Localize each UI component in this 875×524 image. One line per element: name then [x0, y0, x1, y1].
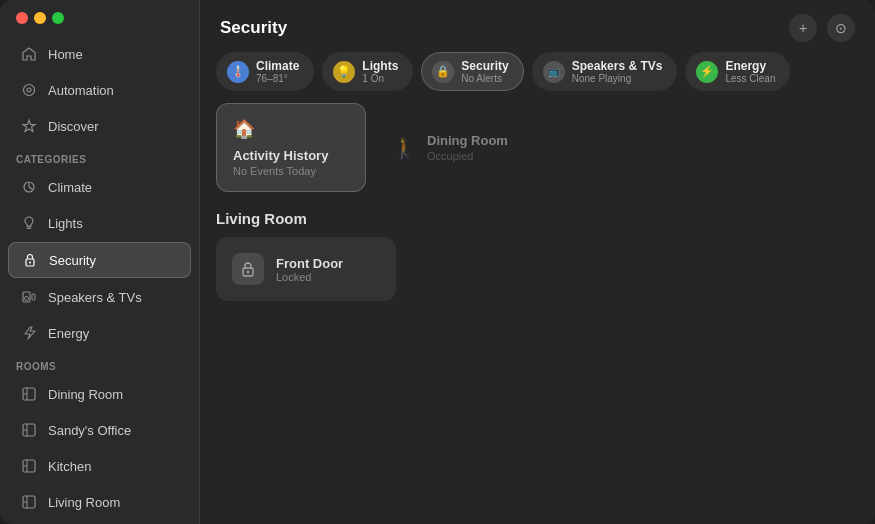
activity-history-title: Activity History — [233, 148, 349, 163]
sidebar-item-climate[interactable]: Climate — [8, 170, 191, 204]
svg-point-0 — [24, 85, 35, 96]
security-tab-sublabel: No Alerts — [461, 73, 508, 84]
svg-point-1 — [27, 88, 31, 92]
main-content: Security + ⊙ 🌡️ Climate 76–81° 💡 Lights … — [200, 0, 875, 524]
settings-button[interactable]: ⊙ — [827, 14, 855, 42]
tab-speakers-tvs[interactable]: 📺 Speakers & TVs None Playing — [532, 52, 678, 91]
security-icon — [21, 251, 39, 269]
svg-point-13 — [247, 271, 249, 273]
energy-tab-sublabel: Less Clean — [725, 73, 775, 84]
add-button[interactable]: + — [789, 14, 817, 42]
sidebar-item-dining-room-label: Dining Room — [48, 387, 123, 402]
sidebar-item-discover[interactable]: Discover — [8, 109, 191, 143]
dining-room-card-text: Dining Room Occupied — [427, 133, 508, 162]
lights-icon — [20, 214, 38, 232]
sidebar-item-lights[interactable]: Lights — [8, 206, 191, 240]
front-door-status: Locked — [276, 271, 343, 283]
page-title: Security — [220, 18, 287, 38]
climate-tab-sublabel: 76–81° — [256, 73, 299, 84]
header-actions: + ⊙ — [789, 14, 855, 42]
activity-history-sub: No Events Today — [233, 165, 349, 177]
dining-room-card-sub: Occupied — [427, 150, 508, 162]
categories-label: Categories — [0, 144, 199, 169]
sidebar-item-living-room[interactable]: Living Room — [8, 485, 191, 519]
sidebar-item-home-label: Home — [48, 47, 83, 62]
svg-point-6 — [25, 297, 29, 301]
climate-tab-text: Climate 76–81° — [256, 59, 299, 84]
person-icon: 🚶 — [392, 136, 417, 160]
climate-icon — [20, 178, 38, 196]
lights-tab-icon: 💡 — [333, 61, 355, 83]
dining-room-card[interactable]: 🚶 Dining Room Occupied — [376, 103, 524, 192]
sidebar-item-discover-label: Discover — [48, 119, 99, 134]
security-tab-icon: 🔒 — [432, 61, 454, 83]
tabs-row: 🌡️ Climate 76–81° 💡 Lights 1 On 🔒 Securi… — [200, 52, 875, 103]
sidebar: Home Automation Discover Categories Clim… — [0, 0, 200, 524]
minimize-button[interactable] — [34, 12, 46, 24]
activity-history-card[interactable]: 🏠 Activity History No Events Today — [216, 103, 366, 192]
card-icon-row: 🏠 — [233, 118, 349, 140]
sidebar-item-sandys-office-label: Sandy's Office — [48, 423, 131, 438]
sidebar-item-climate-label: Climate — [48, 180, 92, 195]
sidebar-item-energy[interactable]: Energy — [8, 316, 191, 350]
svg-rect-7 — [32, 294, 35, 300]
security-tab-text: Security No Alerts — [461, 59, 508, 84]
sidebar-item-automation[interactable]: Automation — [8, 73, 191, 107]
speakers-tab-icon: 📺 — [543, 61, 565, 83]
security-tab-label: Security — [461, 59, 508, 73]
lock-icon — [232, 253, 264, 285]
climate-tab-label: Climate — [256, 59, 299, 73]
speakers-tab-label: Speakers & TVs — [572, 59, 663, 73]
close-button[interactable] — [16, 12, 28, 24]
front-door-info: Front Door Locked — [276, 256, 343, 283]
energy-tab-icon: ⚡ — [696, 61, 718, 83]
summary-cards-row: 🏠 Activity History No Events Today 🚶 Din… — [216, 103, 859, 192]
rooms-label: Rooms — [0, 351, 199, 376]
room-icon-3 — [20, 457, 38, 475]
dining-room-card-title: Dining Room — [427, 133, 508, 148]
main-header: Security + ⊙ — [200, 0, 875, 52]
energy-tab-label: Energy — [725, 59, 775, 73]
maximize-button[interactable] — [52, 12, 64, 24]
room-icon-4 — [20, 493, 38, 511]
room-icon-2 — [20, 421, 38, 439]
sidebar-item-security-label: Security — [49, 253, 96, 268]
automation-icon — [20, 81, 38, 99]
home-icon — [20, 45, 38, 63]
sidebar-item-lights-label: Lights — [48, 216, 83, 231]
sidebar-item-automation-label: Automation — [48, 83, 114, 98]
energy-icon — [20, 324, 38, 342]
living-room-section-heading: Living Room — [216, 210, 859, 227]
tab-lights[interactable]: 💡 Lights 1 On — [322, 52, 413, 91]
sidebar-item-living-room-label: Living Room — [48, 495, 120, 510]
energy-tab-text: Energy Less Clean — [725, 59, 775, 84]
sidebar-item-speakers-tvs[interactable]: Speakers & TVs — [8, 280, 191, 314]
front-door-name: Front Door — [276, 256, 343, 271]
speakers-tab-sublabel: None Playing — [572, 73, 663, 84]
room-icon — [20, 385, 38, 403]
speakers-tab-text: Speakers & TVs None Playing — [572, 59, 663, 84]
activity-history-icon: 🏠 — [233, 118, 255, 140]
sidebar-item-kitchen[interactable]: Kitchen — [8, 449, 191, 483]
sidebar-item-sandys-office[interactable]: Sandy's Office — [8, 413, 191, 447]
traffic-lights — [0, 12, 199, 36]
climate-tab-icon: 🌡️ — [227, 61, 249, 83]
tab-climate[interactable]: 🌡️ Climate 76–81° — [216, 52, 314, 91]
sidebar-item-dining-room[interactable]: Dining Room — [8, 377, 191, 411]
sidebar-item-kitchen-label: Kitchen — [48, 459, 91, 474]
svg-point-4 — [29, 262, 31, 264]
lights-tab-sublabel: 1 On — [362, 73, 398, 84]
tab-security[interactable]: 🔒 Security No Alerts — [421, 52, 523, 91]
sidebar-item-energy-label: Energy — [48, 326, 89, 341]
sidebar-item-speakers-tvs-label: Speakers & TVs — [48, 290, 142, 305]
sidebar-item-home[interactable]: Home — [8, 37, 191, 71]
lights-tab-label: Lights — [362, 59, 398, 73]
front-door-card[interactable]: Front Door Locked — [216, 237, 396, 301]
speakers-icon — [20, 288, 38, 306]
lights-tab-text: Lights 1 On — [362, 59, 398, 84]
tab-energy[interactable]: ⚡ Energy Less Clean — [685, 52, 790, 91]
sidebar-item-security[interactable]: Security — [8, 242, 191, 278]
discover-icon — [20, 117, 38, 135]
content-area: 🏠 Activity History No Events Today 🚶 Din… — [200, 103, 875, 524]
